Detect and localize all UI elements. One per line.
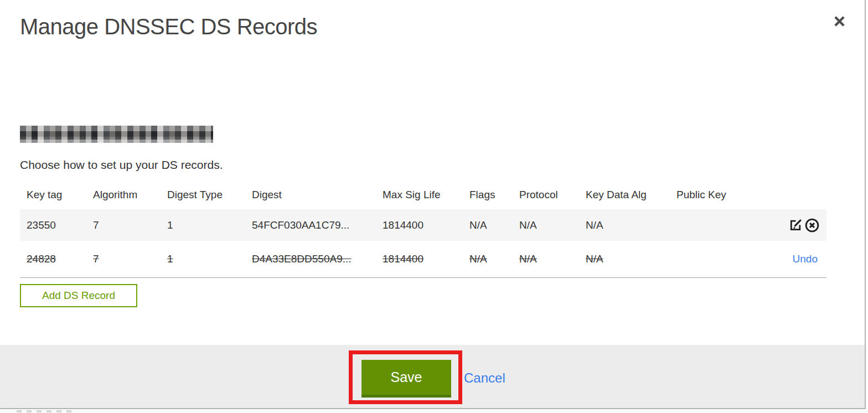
close-icon: [833, 15, 846, 28]
ds-records-table: Key tag Algorithm Digest Type Digest Max…: [20, 180, 826, 278]
col-header-protocol: Protocol: [513, 189, 579, 201]
cell-digest-type: 1: [161, 253, 245, 265]
instruction-text: Choose how to set up your DS records.: [20, 158, 223, 172]
page-title: Manage DNSSEC DS Records: [20, 14, 317, 39]
cancel-link[interactable]: Cancel: [464, 370, 505, 386]
underlying-page-fragment: [56, 410, 61, 412]
close-button[interactable]: [828, 10, 850, 32]
edit-icon: [788, 218, 803, 233]
undo-link[interactable]: Undo: [793, 253, 820, 265]
page-below-modal: [0, 409, 868, 413]
cell-protocol: N/A: [513, 219, 579, 231]
col-header-max-sig-life: Max Sig Life: [376, 189, 463, 201]
underlying-page-fragment: [66, 410, 71, 412]
cell-digest: D4A33E8DD550A9...: [245, 253, 376, 265]
underlying-page-fragment: [27, 410, 32, 412]
col-header-flags: Flags: [463, 189, 513, 201]
col-header-key-data-alg: Key Data Alg: [579, 189, 670, 201]
cell-max-sig-life: 1814400: [376, 219, 463, 231]
cell-digest: 54FCF030AA1C79...: [245, 219, 376, 231]
underlying-page-fragment: [46, 410, 51, 412]
table-header-row: Key tag Algorithm Digest Type Digest Max…: [20, 180, 826, 209]
save-button[interactable]: Save: [361, 360, 451, 397]
dnssec-modal: Manage DNSSEC DS Records Choose how to s…: [0, 0, 866, 409]
col-header-digest: Digest: [245, 189, 376, 201]
modal-footer: Save Cancel: [0, 345, 865, 408]
row-actions: Undo: [767, 253, 826, 265]
col-header-key-tag: Key tag: [20, 189, 86, 201]
table-row: 24828 7 1 D4A33E8DD550A9... 1814400 N/A …: [20, 241, 826, 278]
cell-key-data-alg: N/A: [579, 253, 670, 265]
cell-max-sig-life: 1814400: [376, 253, 463, 265]
col-header-algorithm: Algorithm: [86, 189, 161, 201]
underlying-page-fragment: [17, 410, 22, 412]
row-actions: [767, 218, 826, 233]
col-header-public-key: Public Key: [670, 189, 767, 201]
cell-key-tag: 23550: [20, 219, 86, 231]
cell-algorithm: 7: [86, 219, 161, 231]
delete-circle-x-icon: [804, 218, 820, 233]
cell-algorithm: 7: [86, 253, 161, 265]
domain-name-redacted: [20, 126, 213, 143]
table-row: 23550 7 1 54FCF030AA1C79... 1814400 N/A …: [20, 209, 826, 241]
edit-record-button[interactable]: [788, 218, 803, 233]
col-header-digest-type: Digest Type: [161, 189, 245, 201]
cell-protocol: N/A: [513, 253, 579, 265]
add-ds-record-button[interactable]: Add DS Record: [20, 284, 137, 307]
cell-flags: N/A: [463, 219, 513, 231]
cell-key-data-alg: N/A: [579, 219, 670, 231]
cell-digest-type: 1: [161, 219, 245, 231]
underlying-page-fragment: [37, 410, 42, 412]
cell-key-tag: 24828: [20, 253, 86, 265]
cell-flags: N/A: [463, 253, 513, 265]
delete-record-button[interactable]: [804, 218, 820, 233]
